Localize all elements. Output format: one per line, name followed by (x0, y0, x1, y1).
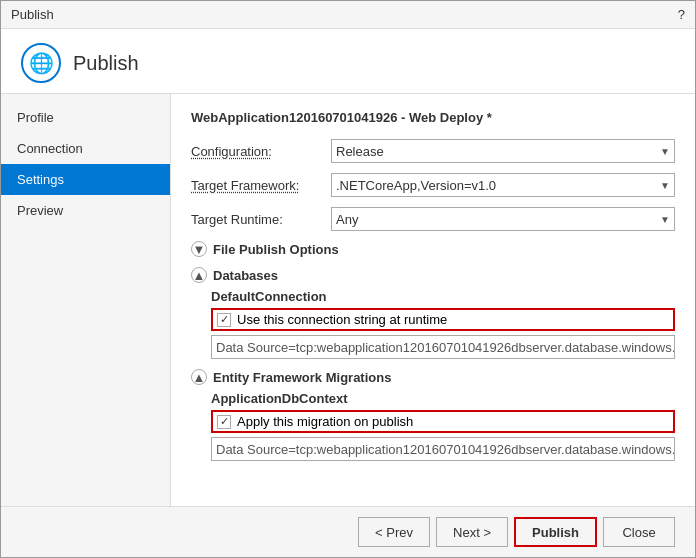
file-publish-options-section[interactable]: ▼ File Publish Options (191, 241, 675, 257)
ef-migrations-title: Entity Framework Migrations (213, 370, 391, 385)
dialog-header: 🌐 Publish (1, 29, 695, 94)
next-button[interactable]: Next > (436, 517, 508, 547)
page-title: WebApplication120160701041926 - Web Depl… (191, 110, 675, 125)
databases-chevron: ▲ (191, 267, 207, 283)
publish-icon: 🌐 (21, 43, 61, 83)
help-button[interactable]: ? (678, 7, 685, 22)
connection-string-2-input[interactable]: Data Source=tcp:webapplication1201607010… (211, 437, 675, 461)
databases-section[interactable]: ▲ Databases (191, 267, 675, 283)
databases-content: DefaultConnection Use this connection st… (191, 289, 675, 359)
configuration-value: Release (336, 144, 384, 159)
header-title: Publish (73, 52, 139, 75)
publish-button[interactable]: Publish (514, 517, 597, 547)
file-publish-chevron: ▼ (191, 241, 207, 257)
ef-migrations-chevron: ▲ (191, 369, 207, 385)
target-framework-value: .NETCoreApp,Version=v1.0 (336, 178, 496, 193)
target-runtime-dropdown-arrow: ▼ (660, 214, 670, 225)
configuration-dropdown-arrow: ▼ (660, 146, 670, 157)
use-connection-string-checkbox[interactable] (217, 313, 231, 327)
connection-string-1-input[interactable]: Data Source=tcp:webapplication1201607010… (211, 335, 675, 359)
target-runtime-value: Any (336, 212, 358, 227)
sidebar-item-profile[interactable]: Profile (1, 102, 170, 133)
configuration-label: Configuration: (191, 144, 331, 159)
target-runtime-row: Target Runtime: Any ▼ (191, 207, 675, 231)
configuration-select[interactable]: Release ▼ (331, 139, 675, 163)
databases-title: Databases (213, 268, 278, 283)
apply-migration-row: Apply this migration on publish (211, 410, 675, 433)
sidebar-item-settings[interactable]: Settings (1, 164, 170, 195)
target-framework-row: Target Framework: .NETCoreApp,Version=v1… (191, 173, 675, 197)
sidebar: Profile Connection Settings Preview (1, 94, 171, 506)
close-button[interactable]: Close (603, 517, 675, 547)
publish-dialog: Publish ? 🌐 Publish Profile Connection S… (0, 0, 696, 558)
file-publish-title: File Publish Options (213, 242, 339, 257)
configuration-row: Configuration: Release ▼ (191, 139, 675, 163)
target-runtime-select[interactable]: Any ▼ (331, 207, 675, 231)
main-content: WebApplication120160701041926 - Web Depl… (171, 94, 695, 506)
use-connection-string-row: Use this connection string at runtime (211, 308, 675, 331)
ef-migrations-section[interactable]: ▲ Entity Framework Migrations (191, 369, 675, 385)
ef-migrations-content: ApplicationDbContext Apply this migratio… (191, 391, 675, 461)
prev-button[interactable]: < Prev (358, 517, 430, 547)
apply-migration-label: Apply this migration on publish (237, 414, 413, 429)
target-framework-select[interactable]: .NETCoreApp,Version=v1.0 ▼ (331, 173, 675, 197)
dialog-footer: < Prev Next > Publish Close (1, 506, 695, 557)
default-connection-title: DefaultConnection (211, 289, 675, 304)
sidebar-item-connection[interactable]: Connection (1, 133, 170, 164)
app-db-context-title: ApplicationDbContext (211, 391, 675, 406)
dialog-title: Publish (11, 7, 54, 22)
sidebar-item-preview[interactable]: Preview (1, 195, 170, 226)
target-framework-dropdown-arrow: ▼ (660, 180, 670, 191)
dialog-body: Profile Connection Settings Preview WebA… (1, 94, 695, 506)
target-framework-label: Target Framework: (191, 178, 331, 193)
target-runtime-label: Target Runtime: (191, 212, 331, 227)
apply-migration-checkbox[interactable] (217, 415, 231, 429)
title-bar: Publish ? (1, 1, 695, 29)
use-connection-string-label: Use this connection string at runtime (237, 312, 447, 327)
